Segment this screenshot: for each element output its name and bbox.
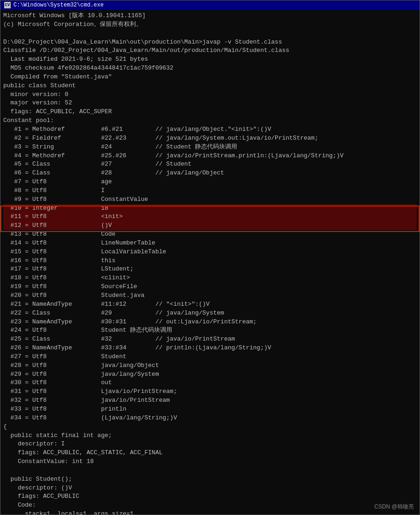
terminal-line: flags: ACC_PUBLIC, ACC_STATIC, ACC_FINAL [3,449,417,457]
terminal-line: public static final int age; [3,431,417,440]
terminal-line: public Student(); [3,475,417,484]
terminal-line: major version: 52 [3,99,417,108]
terminal-line: minor version: 0 [3,90,417,99]
terminal-line: #21 = NameAndType #11:#12 // "<init>":()… [3,300,417,309]
terminal-line: ConstantValue: int 18 [3,457,417,466]
terminal-line: #34 = Utf8 (Ljava/lang/String;)V [3,414,417,423]
terminal-line: Last modified 2021-9-6; size 521 bytes [3,55,417,64]
terminal-line: #4 = Methodref #25.#26 // java/io/PrintS… [3,152,417,161]
terminal-line: MD5 checksum 4fe9202864a43448417c1ac759f… [3,64,417,73]
terminal-line: #10 = Integer 18 [3,204,417,213]
cmd-icon: CV [4,2,11,8]
terminal-line: #32 = Utf8 java/io/PrintStream [3,396,417,405]
terminal-line: Compiled from "Student.java" [3,73,417,82]
terminal-line: #16 = Utf8 this [3,257,417,265]
terminal-line: descriptor: I [3,440,417,449]
terminal-line: public class Student [3,82,417,90]
terminal-line: #8 = Utf8 I [3,187,417,195]
terminal-line: D:\002_Project\004_Java_Learn\Main\out\p… [3,38,417,47]
terminal-line: #14 = Utf8 LineNumberTable [3,239,417,248]
terminal-line: #17 = Utf8 LStudent; [3,265,417,274]
terminal-line: #11 = Utf8 <init> [3,212,417,221]
terminal-line: #33 = Utf8 println [3,405,417,414]
terminal-line: #7 = Utf8 age [3,178,417,187]
terminal-line: #6 = Class #28 // java/lang/Object [3,169,417,178]
terminal-line: Code: [3,501,417,510]
terminal-line [3,29,417,38]
terminal-line: (c) Microsoft Corporation。保留所有权利。 [3,20,417,29]
terminal-content[interactable]: Microsoft Windows [版本 10.0.19041.1165](c… [0,10,420,515]
terminal-line: #26 = NameAndType #33:#34 // println:(Lj… [3,344,417,353]
watermark: CSDN @韩暾亮 [374,503,414,511]
terminal-line: #18 = Utf8 <clinit> [3,274,417,283]
terminal-line: #31 = Utf8 Ljava/io/PrintStream; [3,387,417,396]
terminal-line: #12 = Utf8 ()V [3,221,417,230]
terminal-line: Microsoft Windows [版本 10.0.19041.1165] [3,12,417,20]
terminal-line: flags: ACC_PUBLIC [3,492,417,501]
terminal-line: flags: ACC_PUBLIC, ACC_SUPER [3,108,417,116]
terminal-line: #30 = Utf8 out [3,379,417,387]
terminal-line: descriptor: ()V [3,484,417,493]
terminal-line: #19 = Utf8 SourceFile [3,283,417,291]
terminal-line: #25 = Class #32 // java/io/PrintStream [3,335,417,344]
terminal-line: { [3,423,417,431]
terminal-line: #22 = Class #29 // java/lang/System [3,309,417,318]
terminal-line: #1 = Methodref #6.#21 // java/lang/Objec… [3,125,417,134]
terminal-line [3,466,417,475]
terminal-line: #20 = Utf8 Student.java [3,291,417,300]
terminal-line: Classfile /D:/002_Project/004_Java_Learn… [3,46,417,55]
terminal-line: #23 = NameAndType #30:#31 // out:Ljava/i… [3,318,417,327]
terminal-line: #15 = Utf8 LocalVariableTable [3,248,417,257]
terminal-line: #13 = Utf8 Code [3,230,417,239]
terminal-line: stack=1, locals=1, args_size=1 [3,510,417,515]
terminal-line: #5 = Class #27 // Student [3,160,417,169]
terminal-line: #9 = Utf8 ConstantValue [3,195,417,204]
window-title: C:\Windows\System32\cmd.exe [13,2,103,8]
title-bar: CV C:\Windows\System32\cmd.exe [0,0,420,10]
terminal-line: #28 = Utf8 java/lang/Object [3,361,417,370]
terminal-line: #27 = Utf8 Student [3,353,417,361]
cmd-window: CV C:\Windows\System32\cmd.exe Microsoft… [0,0,420,515]
terminal-line: #2 = Fieldref #22.#23 // java/lang/Syste… [3,134,417,143]
terminal-line: Constant pool: [3,116,417,125]
terminal-line: #29 = Utf8 java/lang/System [3,370,417,379]
terminal-line: #3 = String #24 // Student 静态代码块调用 [3,143,417,152]
terminal-line: #24 = Utf8 Student 静态代码块调用 [3,326,417,335]
